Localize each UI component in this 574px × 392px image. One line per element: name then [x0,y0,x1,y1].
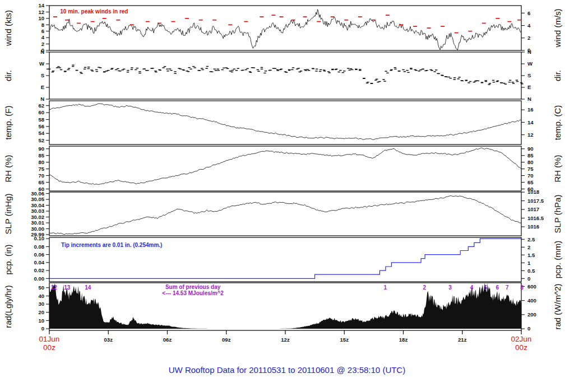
svg-text:7: 7 [506,284,509,291]
precip-panel: 0.000.020.040.060.080.1000.511.522.5pcp.… [0,237,574,282]
svg-text:N: N [40,49,44,55]
svg-text:10: 10 [38,318,44,324]
svg-text:6: 6 [527,10,530,16]
svg-text:15z: 15z [340,337,349,343]
svg-text:30.03: 30.03 [31,208,44,214]
svg-text:90: 90 [527,146,534,152]
svg-text:W: W [527,60,533,67]
svg-text:1: 1 [383,284,387,291]
svg-text:65: 65 [38,179,44,185]
svg-text:01Jun: 01Jun [39,335,60,343]
svg-text:70: 70 [527,172,534,179]
svg-text:10: 10 [38,15,44,21]
svg-text:10 min. peak winds in red: 10 min. peak winds in red [60,8,128,15]
svg-text:70: 70 [38,172,44,179]
svg-text:Tip increments are 0.01 in. (0: Tip increments are 0.01 in. (0.254mm.) [61,242,162,248]
svg-text:60: 60 [38,109,44,115]
svg-text:5: 5 [484,284,487,291]
svg-text:0.08: 0.08 [34,244,45,250]
svg-text:dir.: dir. [553,70,562,81]
svg-text:58: 58 [38,116,44,123]
svg-text:0: 0 [527,276,530,282]
svg-text:1.5: 1.5 [527,252,535,258]
svg-text:0.04: 0.04 [34,259,45,265]
svg-text:0.02: 0.02 [34,267,45,273]
svg-text:8: 8 [41,22,44,28]
svg-text:1017: 1017 [527,206,539,212]
svg-text:30.00: 30.00 [31,226,44,232]
pressure-panel: 29.9930.0030.0130.0230.0330.0430.0530.06… [0,192,574,236]
svg-text:09z: 09z [222,337,231,343]
svg-text:6: 6 [496,284,499,291]
time-axis: 01Jun00z03z06z09z12z15z18z21z02Jun00z [0,330,574,358]
svg-text:12: 12 [51,284,58,291]
svg-text:1017.5: 1017.5 [527,198,544,204]
svg-text:600: 600 [527,283,536,290]
svg-text:54: 54 [38,130,44,136]
svg-text:<--- 14.53 MJoules/m^2: <--- 14.53 MJoules/m^2 [162,290,224,296]
svg-text:2: 2 [527,35,530,41]
svg-text:2.5: 2.5 [527,236,535,242]
svg-text:03z: 03z [104,337,113,343]
svg-text:SLP (inHg): SLP (inHg) [3,193,13,234]
temperature-panel: 525456586062121416temp. (F)temp. (C) [0,101,574,144]
svg-text:30.02: 30.02 [31,214,44,220]
svg-text:W: W [39,60,44,67]
page-title: UW Rooftop Data for 20110531 to 20110601… [0,365,574,375]
svg-text:Sum of previous day: Sum of previous day [165,284,221,290]
svg-text:75: 75 [527,166,534,172]
meteogram-figure: 024681012140246wind (kts)wind (m/s)10 mi… [0,0,574,392]
svg-text:30.05: 30.05 [31,196,44,202]
svg-text:85: 85 [527,152,534,158]
svg-text:52: 52 [38,137,44,143]
svg-text:00z: 00z [515,343,527,352]
svg-text:S: S [41,72,44,78]
svg-text:02Jun: 02Jun [511,335,532,343]
svg-text:0.5: 0.5 [527,268,535,274]
svg-text:0.10: 0.10 [34,235,45,241]
svg-text:2: 2 [41,41,44,47]
svg-text:40: 40 [38,293,44,299]
svg-text:400: 400 [527,297,536,304]
svg-text:50: 50 [38,284,44,291]
svg-text:12: 12 [527,132,534,138]
svg-text:14: 14 [38,2,44,8]
svg-text:wind (m/s): wind (m/s) [553,8,562,48]
svg-text:16: 16 [527,106,534,113]
svg-text:E: E [527,84,531,90]
svg-text:13: 13 [64,284,71,291]
svg-text:1016: 1016 [527,223,539,230]
svg-text:0.00: 0.00 [34,276,45,282]
svg-text:4: 4 [470,284,474,291]
svg-text:pcp. (mm): pcp. (mm) [553,241,562,279]
svg-text:wind (kts): wind (kts) [3,10,13,46]
svg-text:30: 30 [38,301,44,307]
svg-text:85: 85 [38,152,44,158]
svg-text:3: 3 [448,284,452,291]
svg-text:E: E [41,84,44,90]
svg-text:06z: 06z [163,337,172,343]
svg-text:temp. (F): temp. (F) [3,106,13,140]
svg-text:N: N [527,49,531,55]
svg-text:1016.5: 1016.5 [527,215,544,221]
svg-text:rad (W/m^2): rad (W/m^2) [553,283,562,329]
svg-text:RH (%): RH (%) [553,155,562,182]
svg-text:200: 200 [527,311,536,318]
svg-text:80: 80 [527,159,534,165]
svg-text:2: 2 [423,284,427,291]
svg-text:14: 14 [527,119,534,125]
svg-text:12z: 12z [281,337,290,343]
svg-text:temp. (C): temp. (C) [553,105,562,141]
wind-panel: 024681012140246wind (kts)wind (m/s)10 mi… [0,6,574,50]
humidity-panel: 6065707580859060657075808590RH (%)RH (%) [0,146,574,191]
svg-text:RH (%): RH (%) [3,155,13,182]
svg-text:2: 2 [527,244,530,250]
svg-text:4: 4 [527,22,531,29]
svg-text:pcp. (in): pcp. (in) [3,244,13,274]
svg-text:12: 12 [38,9,44,15]
svg-text:S: S [527,72,531,78]
svg-text:1018: 1018 [527,189,539,195]
svg-text:30.04: 30.04 [31,202,44,208]
svg-text:14: 14 [85,284,91,291]
svg-text:30.01: 30.01 [31,220,44,226]
